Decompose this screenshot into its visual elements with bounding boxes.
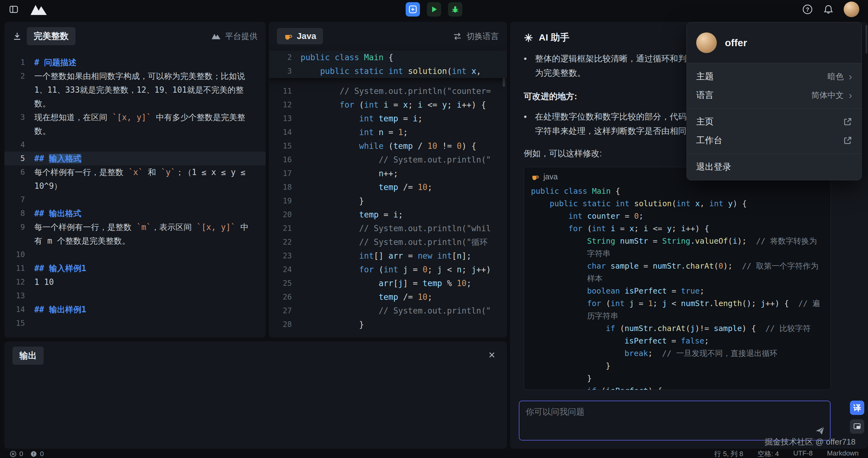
send-button[interactable] — [815, 426, 825, 437]
code-line[interactable]: 21 // System.out.println("whil — [269, 222, 507, 235]
line-number[interactable]: 28 — [269, 318, 292, 331]
line-number[interactable]: 5 — [4, 152, 25, 165]
statusbar-item[interactable]: 空格: 4 — [757, 449, 779, 458]
line-number[interactable]: 17 — [269, 167, 292, 180]
line-number[interactable]: 9 — [4, 220, 25, 248]
code-line[interactable]: 20 temp = i; — [269, 208, 507, 222]
problem-line[interactable]: 13 — [4, 289, 266, 303]
error-count[interactable]: 0 — [19, 450, 23, 458]
sidebar-toggle-button[interactable] — [9, 4, 19, 15]
problem-line[interactable]: 6每个样例有一行，是整数 `x` 和 `y`；（1 ≤ x ≤ y ≤ 10^9… — [4, 165, 266, 193]
menu-item-workspace[interactable]: 工作台 — [687, 131, 862, 150]
line-number[interactable]: 4 — [4, 138, 25, 152]
code-line[interactable]: 28 } — [269, 318, 507, 331]
menu-item-logout[interactable]: 退出登录 — [687, 158, 862, 176]
code-line[interactable]: 22 // System.out.println("循环 — [269, 235, 507, 249]
notifications-button[interactable] — [823, 4, 834, 15]
code-line[interactable]: 2public class Main { — [269, 51, 507, 64]
line-number[interactable]: 14 — [269, 125, 292, 139]
problem-line[interactable]: 5## 输入格式 — [4, 152, 266, 165]
problem-line[interactable]: 4 — [4, 138, 266, 152]
line-number[interactable]: 12 — [4, 275, 25, 289]
problem-line[interactable]: 10 — [4, 248, 266, 261]
code-line[interactable]: 19 } — [269, 194, 507, 208]
statusbar-item[interactable]: Markdown — [827, 449, 859, 458]
markdown-editor[interactable]: 1# 问题描述2一个整数如果由相同数字构成，可以称为完美整数；比如说1、11、3… — [4, 51, 266, 330]
panel-scrollbar[interactable] — [866, 25, 867, 54]
line-number[interactable]: 11 — [4, 261, 25, 275]
ai-question-input[interactable] — [526, 406, 800, 431]
line-number[interactable]: 10 — [4, 248, 25, 261]
menu-item-language[interactable]: 语言 简体中文› — [687, 86, 862, 105]
menu-item-theme[interactable]: 主题 暗色› — [687, 67, 862, 86]
line-number[interactable]: 24 — [269, 263, 292, 277]
code-line[interactable]: 11 // System.out.println("counter= — [269, 84, 507, 98]
line-number[interactable]: 2 — [269, 51, 292, 64]
line-number[interactable]: 3 — [269, 64, 292, 78]
code-line[interactable]: 12 for (int i = x; i <= y; i++) { — [269, 98, 507, 112]
problem-line[interactable]: 9每一个样例有一行，是整数 `m`，表示区间 `[x, y]` 中有 m 个整数… — [4, 220, 266, 248]
problem-line[interactable]: 14## 输出样例1 — [4, 303, 266, 316]
download-button[interactable] — [12, 31, 22, 41]
code-line[interactable]: 26 temp /= 10; — [269, 290, 507, 304]
problem-line[interactable]: 7 — [4, 193, 266, 206]
line-number[interactable]: 15 — [269, 139, 292, 153]
line-number[interactable]: 6 — [4, 165, 25, 193]
line-number[interactable]: 20 — [269, 208, 292, 222]
line-number[interactable]: 12 — [269, 98, 292, 112]
line-number[interactable]: 1 — [4, 56, 25, 69]
line-number[interactable]: 2 — [4, 69, 25, 110]
line-number[interactable]: 13 — [4, 289, 25, 303]
line-number[interactable]: 26 — [269, 290, 292, 304]
problem-line[interactable]: 121 10 — [4, 275, 266, 289]
mini-window-button[interactable] — [850, 419, 864, 434]
line-number[interactable]: 14 — [4, 303, 25, 316]
problem-line[interactable]: 8## 输出格式 — [4, 206, 266, 220]
editor-sticky-scroll[interactable]: 2public class Main {3 public static int … — [269, 51, 507, 78]
line-number[interactable]: 8 — [4, 206, 25, 220]
problem-line[interactable]: 2一个整数如果由相同数字构成，可以称为完美整数；比如说1、11、333就是完美整… — [4, 69, 266, 110]
help-button[interactable]: ? — [802, 4, 813, 15]
statusbar-item[interactable]: UTF-8 — [793, 449, 812, 458]
code-line[interactable]: 13 int temp = i; — [269, 112, 507, 125]
line-number[interactable]: 23 — [269, 249, 292, 263]
code-line[interactable]: 24 for (int j = 0; j < n; j++) — [269, 263, 507, 277]
line-number[interactable]: 7 — [4, 193, 25, 206]
line-number[interactable]: 15 — [4, 316, 25, 330]
line-number[interactable]: 27 — [269, 304, 292, 318]
line-number[interactable]: 3 — [4, 110, 25, 138]
code-line[interactable]: 16 // System.out.println(" — [269, 153, 507, 167]
line-number[interactable]: 22 — [269, 235, 292, 249]
code-line[interactable]: 25 arr[j] = temp % 10; — [269, 277, 507, 290]
output-title-chip[interactable]: 输出 — [12, 347, 44, 365]
problem-line[interactable]: 15 — [4, 316, 266, 330]
line-number[interactable]: 11 — [269, 84, 292, 98]
line-number[interactable]: 18 — [269, 180, 292, 194]
app-logo[interactable] — [30, 3, 48, 16]
code-editor[interactable]: 11 // System.out.println("counter=12 for… — [269, 78, 507, 331]
switch-language-button[interactable]: 切换语言 — [453, 31, 499, 42]
code-line[interactable]: 17 n++; — [269, 167, 507, 180]
close-output-button[interactable]: × — [489, 349, 495, 361]
line-number[interactable]: 25 — [269, 277, 292, 290]
code-line[interactable]: 14 int n = 1; — [269, 125, 507, 139]
statusbar-item[interactable]: 行 5, 列 8 — [714, 449, 743, 458]
problem-line[interactable]: 3现在想知道，在区间 `[x, y]` 中有多少个整数是完美整数。 — [4, 110, 266, 138]
new-button[interactable] — [406, 2, 420, 17]
code-line[interactable]: 3 public static int solution(int x, — [269, 64, 507, 78]
problem-line[interactable]: 11## 输入样例1 — [4, 261, 266, 275]
code-line[interactable]: 15 while (temp / 10 != 0) { — [269, 139, 507, 153]
line-number[interactable]: 16 — [269, 153, 292, 167]
line-number[interactable]: 19 — [269, 194, 292, 208]
problem-title-chip[interactable]: 完美整数 — [27, 27, 75, 45]
line-number[interactable]: 21 — [269, 222, 292, 235]
debug-button[interactable] — [448, 2, 462, 17]
translate-button[interactable]: 译 — [850, 401, 864, 415]
run-button[interactable] — [427, 2, 441, 17]
code-line[interactable]: 27 // System.out.println(" — [269, 304, 507, 318]
user-avatar[interactable] — [844, 2, 859, 17]
code-line[interactable]: 18 temp /= 10; — [269, 180, 507, 194]
warning-count[interactable]: 0 — [40, 450, 44, 458]
code-line[interactable]: 23 int[] arr = new int[n]; — [269, 249, 507, 263]
problem-line[interactable]: 1# 问题描述 — [4, 56, 266, 69]
